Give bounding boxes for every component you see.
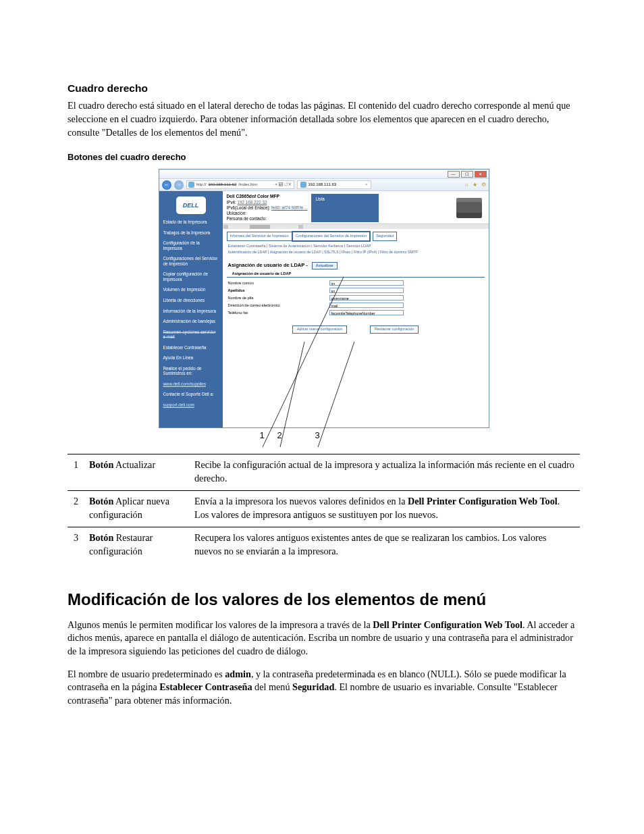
button-description-table: 1 Botón Actualizar Recibe la configuraci…	[68, 454, 580, 564]
subtabs: Informes del Servidor de Impresión Confi…	[223, 229, 489, 241]
sidebar-item-order-supplies-url[interactable]: www.dell.com/supplies	[163, 382, 219, 387]
subtab-security[interactable]: Seguridad	[373, 232, 397, 241]
window-titlebar: — ☐ ✕	[159, 170, 489, 179]
row-input[interactable]: mail	[329, 303, 404, 308]
home-icon[interactable]: ⌂	[465, 181, 468, 188]
tab-label: 192.168.111.63	[308, 180, 337, 189]
row-label: Nombre de pila	[228, 296, 329, 301]
url-host: 192.168.111.63	[209, 180, 237, 189]
screenshot-figure: — ☐ ✕ ← → http:// 192.168.111.63 /index.…	[159, 169, 489, 428]
ie-icon	[300, 182, 306, 188]
sidebar: DELL Estado de la Impresora Trabajos de …	[159, 191, 223, 427]
sidebar-item-trays[interactable]: Administración de bandejas	[163, 319, 219, 324]
ie-icon	[188, 182, 194, 188]
dell-logo: DELL	[176, 197, 206, 214]
nav-back-button[interactable]: ←	[162, 180, 171, 190]
browser-tab[interactable]: 192.168.111.63 ×	[297, 180, 371, 189]
status-chip: Lista	[311, 194, 379, 222]
row-input[interactable]: facsimileTelephoneNumber	[329, 310, 404, 315]
restore-button[interactable]: Restaurar configuración	[370, 325, 419, 334]
location-label: Ubicación:	[227, 211, 308, 216]
right-pane: Dell C2665dnf Color MFP IPv4: 192.168.22…	[223, 191, 489, 427]
info-bar: Dell C2665dnf Color MFP IPv4: 192.168.22…	[223, 191, 489, 224]
main-paragraph-2: El nombre de usuario predeterminado es a…	[68, 668, 580, 708]
nav-forward-button[interactable]: →	[174, 180, 184, 190]
sidebar-item-info[interactable]: Información de la Impresora	[163, 309, 219, 314]
refresh-button[interactable]: Actualizar	[312, 262, 338, 270]
breadcrumb-row-1[interactable]: Establecer Contraseña | Sistema de Auten…	[223, 241, 489, 249]
ipv6-label: IPv6(Local del Enlace):	[227, 205, 271, 210]
sidebar-item-order-supplies-label: Realice el pedido de Suministros en:	[163, 366, 219, 376]
subtab-config[interactable]: Configuraciones del Servidor de Impresió…	[292, 232, 371, 241]
sidebar-item-printer-config[interactable]: Configuración de la Impresora	[163, 240, 219, 251]
browser-window: — ☐ ✕ ← → http:// 192.168.111.63 /index.…	[159, 169, 489, 428]
row-input[interactable]: sn	[329, 288, 404, 293]
status-text: Lista	[315, 197, 375, 203]
callout-2: 2	[277, 429, 282, 442]
sidebar-item-copy-config[interactable]: Copiar configuración de impresora	[163, 271, 219, 282]
row-desc: Recibe la configuración actual de la imp…	[190, 454, 580, 491]
sidebar-item-online-help[interactable]: Ayuda En Línea	[163, 355, 219, 361]
sidebar-item-volume[interactable]: Volumen de Impresión	[163, 287, 219, 292]
window-minimize-button[interactable]: —	[448, 171, 460, 178]
pane-title-row: Asignación de usuario de LDAP - Actualiz…	[223, 259, 489, 272]
row-name: Botón Aplicar nueva configuración	[85, 491, 190, 527]
row-name: Botón Restaurar configuración	[85, 527, 190, 564]
sidebar-item-email-summary[interactable]: Resumen opciones servidor e-mail	[163, 330, 219, 340]
sidebar-item-status[interactable]: Estado de la Impresora	[163, 219, 219, 225]
callout-3: 3	[315, 429, 320, 442]
ipv4-value[interactable]: 192.168.222.32	[238, 200, 267, 205]
row-num: 1	[68, 454, 85, 491]
subtab-reports[interactable]: Informes del Servidor de Impresión	[227, 232, 292, 241]
row-label: Nombre común	[228, 281, 329, 286]
main-paragraph-1: Algunos menús le permiten modificar los …	[68, 619, 580, 658]
printer-model: Dell C2665dnf Color MFP	[227, 194, 308, 200]
address-bar: ← → http:// 192.168.111.63 /index.htm 𝆹 …	[159, 179, 489, 191]
tools-icon[interactable]: ⚙	[481, 181, 486, 188]
url-field[interactable]: http:// 192.168.111.63 /index.htm 𝆹 ▾ 🗟 …	[186, 180, 294, 189]
subsection-heading: Botones del cuadro derecho	[68, 151, 580, 163]
sidebar-item-support-url[interactable]: support.dell.com	[163, 402, 219, 408]
window-close-button[interactable]: ✕	[475, 171, 487, 178]
row-label: Apellidos	[228, 288, 329, 294]
row-desc: Recupera los valores antiguos existentes…	[190, 527, 580, 564]
row-num: 2	[68, 491, 85, 527]
url-prefix: http://	[196, 180, 207, 189]
row-label: Teléfono fax	[228, 311, 329, 316]
row-input[interactable]: givenname	[329, 295, 404, 301]
row-name: Botón Actualizar	[85, 454, 190, 491]
pane-title: Asignación de usuario de LDAP -	[228, 262, 308, 269]
row-label: Dirección de correo electrónico	[228, 303, 329, 309]
contact-label: Persona de contacto:	[227, 216, 308, 221]
section-heading: Cuadro derecho	[68, 81, 580, 95]
row-input[interactable]: cn	[329, 280, 404, 286]
tab-close-icon[interactable]: ×	[365, 180, 368, 189]
sidebar-item-addressbook[interactable]: Libreta de direcciones	[163, 298, 219, 303]
ipv4-label: IPv4:	[227, 200, 236, 205]
main-heading: Modificación de los valores de los eleme…	[68, 588, 580, 610]
window-maximize-button[interactable]: ☐	[461, 171, 473, 178]
sidebar-item-server-config[interactable]: Configuraciones del Servidor de Impresió…	[163, 256, 219, 266]
horizontal-scrollbar[interactable]	[223, 224, 489, 229]
url-suffix-icons: 𝆹 ▾ 🗟 ↺ ✕	[273, 180, 292, 189]
favorites-icon[interactable]: ★	[473, 181, 477, 188]
printer-image	[454, 194, 485, 222]
callout-1: 1	[260, 429, 265, 442]
sidebar-item-set-password[interactable]: Establecer Contraseña	[163, 345, 219, 350]
row-num: 3	[68, 527, 85, 564]
ipv6-value[interactable]: fe80::af74:98ff:fe…	[271, 205, 307, 210]
sidebar-item-jobs[interactable]: Trabajos de la Impresora	[163, 230, 219, 236]
row-desc: Envía a la impresora los nuevos valores …	[190, 491, 580, 527]
callout-numbers: 1 2 3	[159, 429, 489, 443]
sidebar-item-support-label: Contacte el Soporte Dell a:	[163, 392, 219, 397]
url-path: /index.htm	[238, 180, 257, 189]
breadcrumb-row-2[interactable]: Autentificación de LDAP | Asignación de …	[223, 249, 489, 259]
apply-button[interactable]: Aplicar nueva configuración	[292, 325, 348, 334]
toolbar-icons: ⌂ ★ ⚙	[465, 181, 486, 188]
form-header: Asignación de usuario de LDAP	[227, 271, 485, 278]
form-rows: Nombre comúncn Apellidossn Nombre de pil…	[223, 280, 489, 317]
section-paragraph: El cuadro derecho está situado en el lat…	[68, 99, 580, 139]
